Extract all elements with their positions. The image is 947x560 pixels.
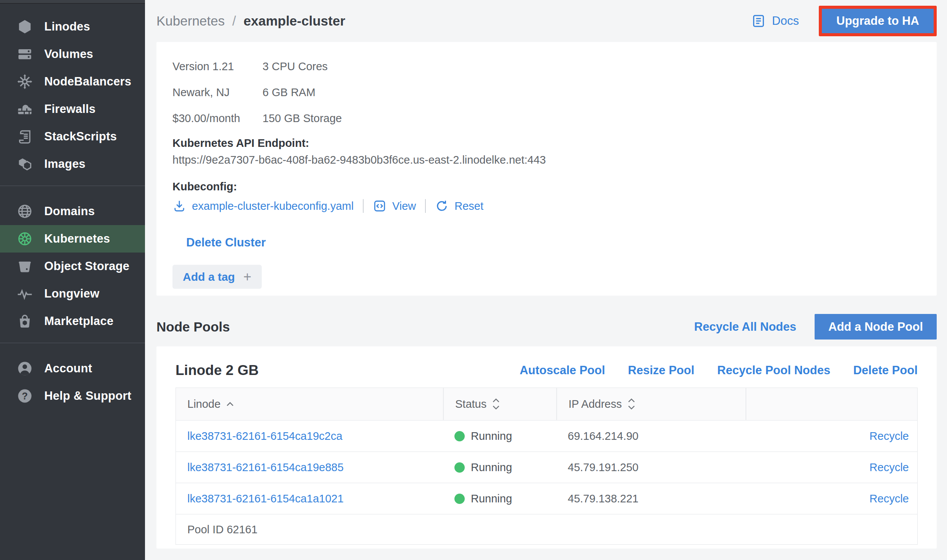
download-icon xyxy=(172,199,186,213)
sidebar-item-longview[interactable]: Longview xyxy=(0,280,145,307)
sort-icon xyxy=(627,398,636,410)
kubeconfig-file-name: example-cluster-kubeconfig.yaml xyxy=(192,200,354,212)
column-header-linode[interactable]: Linode xyxy=(176,388,443,420)
node-link[interactable]: lke38731-62161-6154ca19e885 xyxy=(176,461,443,474)
sidebar-section-account: Account ? Help & Support xyxy=(0,346,145,415)
svg-text:?: ? xyxy=(22,391,28,401)
recycle-node-link[interactable]: Recycle xyxy=(746,430,917,443)
sidebar-item-stackscripts[interactable]: StackScripts xyxy=(0,123,145,150)
images-icon xyxy=(16,155,34,173)
table-row: lke38731-62161-6154ca1a1021 Running 45.7… xyxy=(176,483,917,514)
sidebar-item-label: Domains xyxy=(44,204,95,218)
status-cell: Running xyxy=(443,492,556,505)
sidebar-item-label: Account xyxy=(44,362,92,375)
node-link[interactable]: lke38731-62161-6154ca1a1021 xyxy=(176,492,443,505)
kubeconfig-download-link[interactable]: example-cluster-kubeconfig.yaml xyxy=(172,199,354,213)
spec-region: Newark, NJ xyxy=(172,79,263,105)
delete-pool-link[interactable]: Delete Pool xyxy=(853,364,918,377)
node-link[interactable]: lke38731-62161-6154ca19c2ca xyxy=(176,430,443,443)
recycle-node-link[interactable]: Recycle xyxy=(746,492,917,505)
api-endpoint-url: https://9e2a7307-b6ac-408f-ba62-9483b0b3… xyxy=(172,152,921,168)
status-running-dot xyxy=(454,462,465,473)
sidebar-item-images[interactable]: Images xyxy=(0,150,145,178)
node-pools-title: Node Pools xyxy=(156,319,230,335)
linode-icon xyxy=(16,18,34,35)
sidebar-item-label: Kubernetes xyxy=(44,232,110,246)
sidebar-item-linodes[interactable]: Linodes xyxy=(0,13,145,40)
status-cell: Running xyxy=(443,461,556,474)
sidebar-item-nodebalancers[interactable]: NodeBalancers xyxy=(0,68,145,95)
marketplace-bag-icon xyxy=(16,312,34,330)
sidebar-item-label: Longview xyxy=(44,287,100,301)
spec-storage: 150 GB Storage xyxy=(263,105,921,131)
docs-link-label: Docs xyxy=(772,14,799,28)
pool-name: Linode 2 GB xyxy=(176,362,259,378)
column-label: IP Address xyxy=(569,398,622,410)
pool-actions: Autoscale Pool Resize Pool Recycle Pool … xyxy=(520,364,918,377)
sidebar-item-domains[interactable]: Domains xyxy=(0,198,145,225)
breadcrumb: Kubernetes / example-cluster xyxy=(156,13,345,29)
sidebar: Linodes Volumes NodeBalancers Firewalls … xyxy=(0,0,145,560)
globe-icon xyxy=(16,203,34,220)
reset-icon xyxy=(435,199,449,213)
plus-icon: + xyxy=(243,269,251,285)
status-label: Running xyxy=(471,492,512,505)
autoscale-pool-link[interactable]: Autoscale Pool xyxy=(520,364,605,377)
help-icon: ? xyxy=(16,387,34,405)
column-header-status[interactable]: Status xyxy=(443,388,556,420)
status-label: Running xyxy=(471,461,512,474)
add-tag-button[interactable]: Add a tag + xyxy=(172,265,262,289)
breadcrumb-separator: / xyxy=(232,13,236,28)
docs-link[interactable]: Docs xyxy=(751,14,799,28)
sidebar-item-firewalls[interactable]: Firewalls xyxy=(0,95,145,123)
recycle-all-nodes-link[interactable]: Recycle All Nodes xyxy=(694,320,796,334)
upgrade-to-ha-button[interactable]: Upgrade to HA xyxy=(822,9,934,33)
cluster-specs: Version 1.21 3 CPU Cores Newark, NJ 6 GB… xyxy=(172,53,921,131)
kubeconfig-view-link[interactable]: View xyxy=(373,199,416,213)
sidebar-item-label: Linodes xyxy=(44,20,90,34)
kubeconfig-label: Kubeconfig: xyxy=(172,179,921,195)
table-row: lke38731-62161-6154ca19e885 Running 45.7… xyxy=(176,451,917,483)
table-header: Linode Status IP Address xyxy=(176,388,917,420)
cluster-summary-card: Version 1.21 3 CPU Cores Newark, NJ 6 GB… xyxy=(156,42,937,296)
kubernetes-wheel-icon xyxy=(16,230,34,248)
breadcrumb-section-link[interactable]: Kubernetes xyxy=(156,13,225,28)
sidebar-item-label: Help & Support xyxy=(44,389,131,403)
sidebar-divider xyxy=(0,343,145,343)
header-actions: Docs Upgrade to HA xyxy=(751,6,937,36)
status-label: Running xyxy=(471,430,512,443)
delete-cluster-link[interactable]: Delete Cluster xyxy=(186,236,266,249)
pool-header: Linode 2 GB Autoscale Pool Resize Pool R… xyxy=(176,346,918,388)
sidebar-item-marketplace[interactable]: Marketplace xyxy=(0,307,145,335)
node-pool-card: Linode 2 GB Autoscale Pool Resize Pool R… xyxy=(156,346,937,549)
bucket-icon xyxy=(16,257,34,275)
sidebar-item-label: StackScripts xyxy=(44,130,117,143)
recycle-node-link[interactable]: Recycle xyxy=(746,461,917,474)
status-running-dot xyxy=(454,431,465,441)
add-node-pool-button[interactable]: Add a Node Pool xyxy=(815,314,937,340)
sidebar-item-label: Marketplace xyxy=(44,314,113,328)
main-content: Kubernetes / example-cluster Docs Upgrad… xyxy=(145,0,947,560)
column-label: Status xyxy=(455,398,486,410)
sidebar-item-label: Object Storage xyxy=(44,259,129,273)
account-icon xyxy=(16,360,34,377)
breadcrumb-current: example-cluster xyxy=(243,13,345,28)
sidebar-item-account[interactable]: Account xyxy=(0,355,145,382)
api-endpoint-label: Kubernetes API Endpoint: xyxy=(172,135,921,151)
kubeconfig-reset-link[interactable]: Reset xyxy=(435,199,483,213)
vertical-divider xyxy=(363,199,364,213)
recycle-pool-nodes-link[interactable]: Recycle Pool Nodes xyxy=(717,364,830,377)
column-header-ip[interactable]: IP Address xyxy=(556,388,746,420)
sidebar-item-kubernetes[interactable]: Kubernetes xyxy=(0,225,145,253)
docs-icon xyxy=(751,14,766,28)
resize-pool-link[interactable]: Resize Pool xyxy=(628,364,694,377)
volumes-icon xyxy=(16,45,34,63)
sidebar-item-object-storage[interactable]: Object Storage xyxy=(0,253,145,280)
sidebar-item-volumes[interactable]: Volumes xyxy=(0,40,145,68)
node-pools-header: Node Pools Recycle All Nodes Add a Node … xyxy=(156,314,937,340)
sort-icon xyxy=(492,398,500,410)
sidebar-item-label: Firewalls xyxy=(44,102,95,116)
spec-version: Version 1.21 xyxy=(172,53,263,79)
view-code-icon xyxy=(373,199,387,213)
sidebar-item-help-support[interactable]: ? Help & Support xyxy=(0,382,145,410)
